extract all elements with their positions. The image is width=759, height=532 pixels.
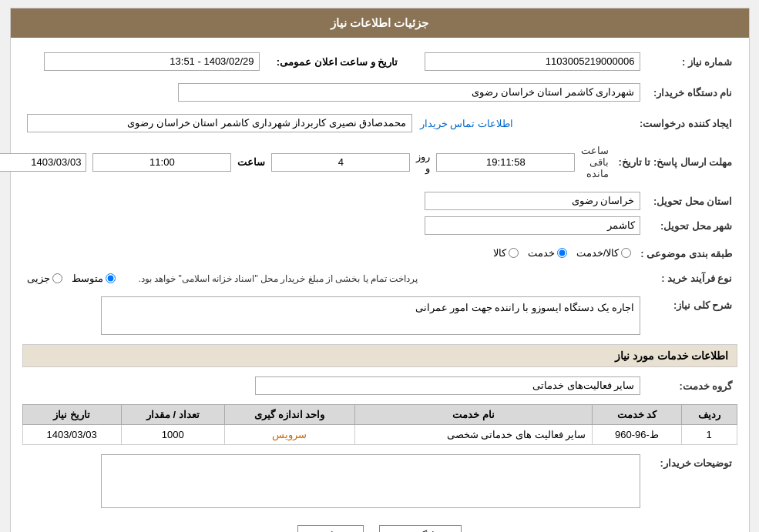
delivery-province-value-cell: خراسان رضوی — [22, 189, 645, 213]
back-button[interactable]: بازگشت — [379, 525, 462, 532]
main-container: جزئیات اطلاعات نیاز شماره نیاز : 1103005… — [10, 8, 750, 532]
need-desc-label: شرح کلی نیاز: — [645, 293, 737, 338]
deadline-label: مهلت ارسال پاسخ: تا تاریخ: — [613, 142, 737, 182]
subject-label: طبقه بندی موضوعی : — [636, 244, 737, 263]
purchase-radio-motavasset[interactable] — [106, 273, 116, 283]
buyer-notes-table: توضیحات خریدار: — [22, 451, 737, 514]
subject-label-kala-khadamat: کالا/خدمت — [576, 247, 620, 259]
purchase-option-motavasset: متوسط — [72, 273, 116, 284]
subject-options-cell: کالا/خدمت خدمت کالا — [22, 244, 636, 263]
table-header-qty: تعداد / مقدار — [121, 405, 224, 425]
need-desc-table: شرح کلی نیاز: اجاره یک دستگاه ایسوزو با … — [22, 293, 737, 338]
deadline-time-box: 11:00 — [92, 153, 231, 172]
purchase-radio-jozi[interactable] — [52, 273, 62, 283]
delivery-province-label: استان محل تحویل: — [645, 189, 737, 213]
table-header-unit: واحد اندازه گیری — [224, 405, 354, 425]
need-number-box: 1103005219000006 — [425, 52, 640, 71]
page-header: جزئیات اطلاعات نیاز — [11, 8, 749, 38]
subject-option-khadamat: خدمت — [528, 247, 567, 259]
deadline-value-cell: ساعت باقی مانده 19:11:58 روز و 4 ساعت 11… — [0, 142, 613, 182]
table-header-date: تاریخ نیاز — [22, 405, 121, 425]
buyer-notes-label: توضیحات خریدار: — [645, 451, 737, 514]
subject-radio-kala[interactable] — [509, 248, 519, 258]
footer-buttons: بازگشت چاپ — [22, 525, 737, 532]
page-title: جزئیات اطلاعات نیاز — [331, 16, 428, 29]
info-row-4: مهلت ارسال پاسخ: تا تاریخ: ساعت باقی مان… — [0, 142, 737, 182]
time-label: ساعت — [237, 156, 265, 168]
buyer-notes-textarea[interactable] — [101, 454, 640, 508]
service-group-box: سایر فعالیت‌های خدماتی — [255, 376, 640, 395]
subject-label-khadamat: خدمت — [528, 247, 555, 259]
row-number: 1 — [681, 425, 737, 445]
buyer-org-value-cell: شهرداری کاشمر استان خراسان رضوی — [22, 80, 645, 105]
buyer-org-box: شهرداری کاشمر استان خراسان رضوی — [178, 83, 640, 102]
subject-radio-kala-khadamat[interactable] — [621, 248, 631, 258]
services-table: ردیف کد خدمت نام خدمت واحد اندازه گیری ت… — [22, 404, 737, 445]
info-row-6: طبقه بندی موضوعی : کالا/خدمت خدمت — [22, 244, 737, 263]
announce-label: تاریخ و ساعت اعلان عمومی: — [264, 49, 403, 74]
delivery-province-box: خراسان رضوی — [425, 192, 640, 210]
table-header-name: نام خدمت — [354, 405, 592, 425]
table-row: 1 ط-96-960 سایر فعالیت های خدماتی شخصی س… — [22, 425, 737, 445]
need-desc-value-cell: اجاره یک دستگاه ایسوزو با راننده جهت امو… — [22, 293, 645, 338]
subject-label-kala: کالا — [493, 247, 506, 259]
day-and-label: روز و — [416, 151, 430, 174]
purchase-type-cell: پرداخت تمام یا بخشی از مبلغ خریدار محل "… — [22, 269, 645, 287]
announce-value-cell: 1403/02/29 - 13:51 — [22, 49, 264, 74]
buyer-org-label: نام دستگاه خریدار: — [645, 80, 737, 105]
purchase-note: پرداخت تمام یا بخشی از مبلغ خریدار محل "… — [139, 273, 418, 284]
subject-radio-khadamat[interactable] — [557, 248, 567, 258]
row-name: سایر فعالیت های خدماتی شخصی — [354, 425, 592, 445]
services-section-header: اطلاعات خدمات مورد نیاز — [22, 344, 737, 367]
row-date: 1403/03/03 — [22, 425, 121, 445]
content-area: شماره نیاز : 1103005219000006 تاریخ و سا… — [11, 38, 749, 532]
days-box: 4 — [271, 153, 410, 172]
service-group-value-cell: سایر فعالیت‌های خدماتی — [22, 373, 645, 398]
remaining-time-box: 19:11:58 — [436, 153, 575, 172]
service-group-table: گروه خدمت: سایر فعالیت‌های خدماتی — [22, 373, 737, 398]
creator-label: ایجاد کننده درخواست: — [635, 111, 737, 136]
delivery-city-label: شهر محل تحویل: — [645, 213, 737, 238]
subject-option-kala: کالا — [493, 247, 519, 259]
table-header-code: کد خدمت — [593, 405, 681, 425]
info-row-3: ایجاد کننده درخواست: اطلاعات تماس خریدار… — [22, 111, 737, 136]
creator-box: محمدصادق نصیری کاربرداز شهرداری کاشمر اس… — [27, 114, 412, 132]
contact-link[interactable]: اطلاعات تماس خریدار — [420, 118, 513, 129]
remaining-label: ساعت باقی مانده — [581, 145, 609, 179]
need-number-label: شماره نیاز : — [645, 49, 737, 74]
delivery-city-value-cell: کاشمر — [22, 213, 645, 238]
deadline-date-box: 1403/03/03 — [0, 153, 86, 172]
purchase-label-motavasset: متوسط — [72, 273, 103, 284]
info-row-5: استان محل تحویل: خراسان رضوی شهر محل تحو… — [22, 189, 737, 238]
creator-value-cell: اطلاعات تماس خریدار محمدصادق نصیری کاربر… — [22, 111, 635, 136]
purchase-option-jozi: جزیی — [27, 273, 62, 284]
service-group-label: گروه خدمت: — [645, 373, 737, 398]
info-row-2: نام دستگاه خریدار: شهرداری کاشمر استان خ… — [22, 80, 737, 105]
subject-option-kala-khadamat: کالا/خدمت — [576, 247, 632, 259]
purchase-label-jozi: جزیی — [27, 273, 50, 284]
row-quantity: 1000 — [121, 425, 224, 445]
need-desc-box: اجاره یک دستگاه ایسوزو با راننده جهت امو… — [101, 296, 640, 335]
buyer-notes-value-cell — [22, 451, 645, 514]
need-number-value: 1103005219000006 — [403, 49, 645, 74]
row-unit: سرویس — [224, 425, 354, 445]
print-button[interactable]: چاپ — [297, 525, 364, 532]
table-header-row: ردیف — [681, 405, 737, 425]
row-code: ط-96-960 — [593, 425, 681, 445]
announce-value-box: 1403/02/29 - 13:51 — [44, 52, 260, 71]
delivery-city-box: کاشمر — [425, 216, 640, 235]
info-row-1: شماره نیاز : 1103005219000006 تاریخ و سا… — [22, 49, 737, 74]
purchase-type-label: نوع فرآیند خرید : — [645, 269, 737, 287]
info-row-7: نوع فرآیند خرید : پرداخت تمام یا بخشی از… — [22, 269, 737, 287]
